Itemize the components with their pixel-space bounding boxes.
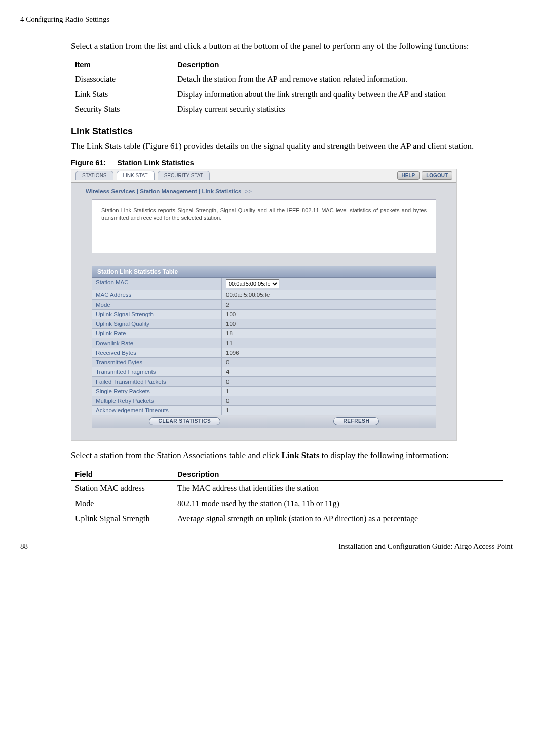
stats-row: Transmitted Bytes 0 <box>92 358 436 367</box>
stats-label: Mode <box>92 300 222 309</box>
stats-label: MAC Address <box>92 290 222 299</box>
stats-value: 11 <box>222 338 436 348</box>
stats-label: Station MAC <box>92 278 222 290</box>
field-header: Field <box>71 468 173 481</box>
station-mac-select[interactable]: 00:0a:f5:00:05:fe <box>226 279 279 288</box>
stats-value: 0 <box>222 377 436 386</box>
stats-row: Downlink Rate 11 <box>92 338 436 348</box>
field-cell: Uplink Signal Strength <box>71 511 173 526</box>
table-row: Station MAC address The MAC address that… <box>71 480 503 496</box>
help-button[interactable]: HELP <box>397 171 420 180</box>
stats-label: Failed Transmitted Packets <box>92 377 222 386</box>
stats-row: Station MAC 00:0a:f5:00:05:fe <box>92 278 436 290</box>
table-row: Mode 802.11 mode used by the station (11… <box>71 496 503 511</box>
page-number: 88 <box>20 542 28 551</box>
desc-cell: The MAC address that identifies the stat… <box>173 480 503 496</box>
stats-value: 0 <box>222 358 436 367</box>
stats-row: Uplink Signal Strength 100 <box>92 310 436 319</box>
stats-row: Received Bytes 1096 <box>92 348 436 358</box>
stats-value: 18 <box>222 329 436 338</box>
field-description-table: Field Description Station MAC address Th… <box>71 468 503 526</box>
footer-guide-title: Installation and Configuration Guide: Ai… <box>338 542 513 551</box>
stats-table: Station Link Statistics Table Station MA… <box>92 266 436 428</box>
page-header: 4 Configuring Radio Settings <box>20 15 513 26</box>
ui-screenshot: STATIONS LINK STAT SECURITY STAT HELP LO… <box>71 169 457 441</box>
breadcrumb-arrow-icon: >> <box>245 188 252 194</box>
stats-label: Downlink Rate <box>92 338 222 348</box>
link-statistics-heading: Link Statistics <box>71 126 503 137</box>
logout-button[interactable]: LOGOUT <box>422 171 452 180</box>
stats-value: 0 <box>222 396 436 405</box>
figure-title: Station Link Statistics <box>117 159 194 167</box>
bottom-button-bar: CLEAR STATISTICS REFRESH <box>92 415 436 428</box>
stats-value: 1 <box>222 387 436 396</box>
figure-label: Figure 61: Station Link Statistics <box>71 159 503 167</box>
item-cell: Link Stats <box>71 87 173 102</box>
stats-label: Transmitted Bytes <box>92 358 222 367</box>
item-cell: Disassociate <box>71 71 173 87</box>
after-figure-paragraph: Select a station from the Station Associ… <box>71 450 503 462</box>
table-row: Uplink Signal Strength Average signal st… <box>71 511 503 526</box>
figure-number: Figure 61: <box>71 159 106 167</box>
desc-cell: Detach the station from the AP and remov… <box>173 71 503 87</box>
clear-statistics-button[interactable]: CLEAR STATISTICS <box>149 417 221 425</box>
table-row: Link Stats Display information about the… <box>71 87 503 102</box>
stats-row: Multiple Retry Packets 0 <box>92 396 436 406</box>
stats-value: 100 <box>222 310 436 319</box>
table-row: Disassociate Detach the station from the… <box>71 71 503 87</box>
desc-cell: Display current security statistics <box>173 102 503 117</box>
stats-row: Uplink Rate 18 <box>92 329 436 338</box>
stats-row: Failed Transmitted Packets 0 <box>92 377 436 387</box>
stats-row: Uplink Signal Quality 100 <box>92 319 436 329</box>
stats-row: MAC Address 00:0a:f5:00:05:fe <box>92 290 436 300</box>
tab-link-stat[interactable]: LINK STAT <box>117 171 155 180</box>
stats-label: Acknowledgement Timeouts <box>92 406 222 415</box>
field-cell: Station MAC address <box>71 480 173 496</box>
page-footer: 88 Installation and Configuration Guide:… <box>20 540 513 551</box>
stats-label: Uplink Signal Strength <box>92 310 222 319</box>
tab-security-stat[interactable]: SECURITY STAT <box>158 171 210 180</box>
stats-row: Transmitted Fragments 4 <box>92 367 436 377</box>
stats-label: Uplink Signal Quality <box>92 319 222 328</box>
stats-label: Received Bytes <box>92 348 222 357</box>
after-figure-text-2: to display the following information: <box>320 450 449 460</box>
tab-stations[interactable]: STATIONS <box>75 171 113 180</box>
stats-label: Transmitted Fragments <box>92 367 222 376</box>
stats-value: 00:0a:f5:00:05:fe <box>222 290 436 299</box>
link-stats-bold: Link Stats <box>281 450 319 460</box>
stats-label: Uplink Rate <box>92 329 222 338</box>
item-description-table: Item Description Disassociate Detach the… <box>71 58 503 117</box>
stats-value: 100 <box>222 319 436 328</box>
intro-paragraph: Select a station from the list and click… <box>71 41 503 52</box>
stats-label: Single Retry Packets <box>92 387 222 396</box>
desc-cell: Display information about the link stren… <box>173 87 503 102</box>
stats-row: Mode 2 <box>92 300 436 310</box>
item-cell: Security Stats <box>71 102 173 117</box>
description-header: Description <box>173 58 503 71</box>
stats-table-title: Station Link Statistics Table <box>92 266 436 278</box>
stats-row: Acknowledgement Timeouts 1 <box>92 406 436 415</box>
stats-value: 4 <box>222 367 436 376</box>
description-header: Description <box>173 468 503 481</box>
desc-cell: Average signal strength on uplink (stati… <box>173 511 503 526</box>
field-cell: Mode <box>71 496 173 511</box>
stats-value: 1 <box>222 406 436 415</box>
after-figure-text-1: Select a station from the Station Associ… <box>71 450 281 460</box>
tab-bar: STATIONS LINK STAT SECURITY STAT HELP LO… <box>71 169 456 183</box>
stats-label: Multiple Retry Packets <box>92 396 222 405</box>
link-stats-paragraph: The Link Stats table (Figure 61) provide… <box>71 141 503 153</box>
table-row: Security Stats Display current security … <box>71 102 503 117</box>
stats-value: 2 <box>222 300 436 309</box>
item-header: Item <box>71 58 173 71</box>
desc-cell: 802.11 mode used by the station (11a, 11… <box>173 496 503 511</box>
stats-value: 1096 <box>222 348 436 357</box>
breadcrumb-text: Wireless Services | Station Management |… <box>86 188 241 194</box>
stats-row: Single Retry Packets 1 <box>92 387 436 396</box>
description-box: Station Link Statistics reports Signal S… <box>92 199 436 253</box>
refresh-button[interactable]: REFRESH <box>333 417 379 425</box>
breadcrumb: Wireless Services | Station Management |… <box>71 183 456 199</box>
